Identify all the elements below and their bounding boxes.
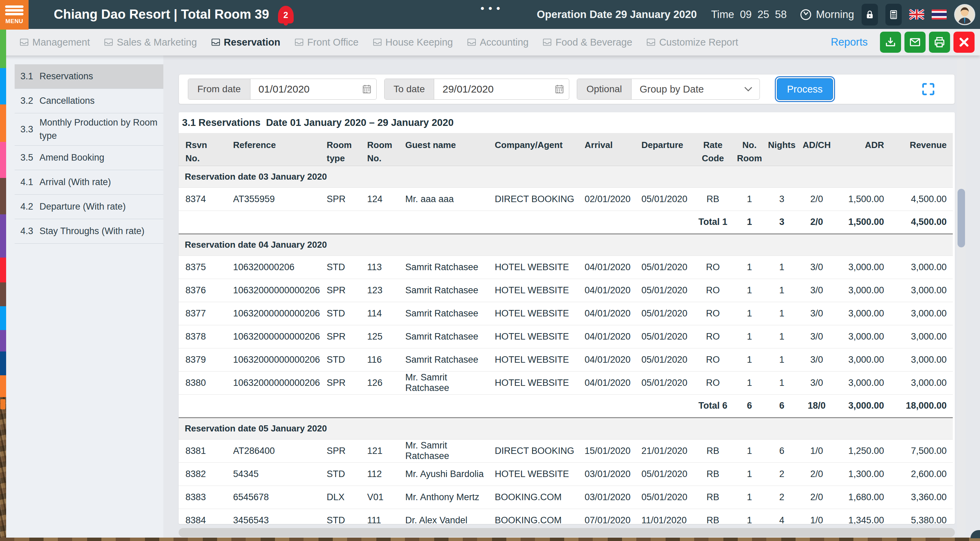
table-cell: 1 [733,256,765,278]
fullscreen-icon[interactable] [920,81,937,97]
sidebar-item-number: 3.1 [21,71,40,82]
sidebar-item-label: Cancellations [40,94,95,108]
menu-item-label: House Keeping [385,37,453,48]
table-cell: STD [321,302,363,325]
table-cell: 1,300.00 [835,462,888,485]
menu-item-customize-report[interactable]: Customize Report [646,37,738,48]
scrollbar-thumb[interactable] [958,189,965,247]
total-row: Total 1132/01,500.004,500.00 [179,211,953,234]
inbox-icon [542,37,552,47]
reports-link[interactable]: Reports [830,36,868,48]
table-cell: 1 [733,302,765,325]
sidebar-item-label: Amend Booking [40,151,105,164]
table-cell: 07/01/2020 [582,509,636,524]
to-date-input[interactable] [434,83,569,95]
table-cell: Total 6 [692,395,733,417]
inbox-icon [103,37,114,47]
table-row: 8374AT355959SPR124Mr. aaa aaaDIRECT BOOK… [179,188,953,211]
table-cell: 3,000.00 [835,302,888,325]
inbox-icon [372,37,382,47]
column-header-rsvn-no: Rsvn No. [179,133,223,166]
inbox-icon [466,37,477,47]
table-cell: Samrit Ratchasee [400,302,490,325]
sidebar-item-label: Reservations [40,70,93,83]
table-cell: 3,000.00 [888,256,953,278]
table-cell: 114 [363,302,400,325]
topbar: MENU Chiang Dao Resort | Total Room 39 2… [0,0,980,29]
sidebar-item-reservations[interactable]: 3.1Reservations [14,64,163,89]
table-cell: 11/01/2020 [636,509,692,524]
menu-item-accounting[interactable]: Accounting [466,37,529,48]
table-cell: 4,500.00 [888,211,953,234]
table-cell: 1 [733,439,765,462]
table-cell: 3,000.00 [835,348,888,371]
table-cell: 03/01/2020 [582,485,636,509]
uk-flag-icon[interactable] [909,9,924,20]
menu-item-house-keeping[interactable]: House Keeping [372,37,453,48]
menu-button[interactable]: MENU [0,0,29,30]
table-cell: 111 [363,509,400,524]
email-button[interactable] [904,32,926,53]
table-cell: 8374 [179,188,223,211]
table-cell: 05/01/2020 [636,371,692,395]
vertical-scrollbar[interactable] [957,57,966,536]
lock-button[interactable] [862,4,878,25]
table-cell: 1 [733,325,765,348]
thai-flag-icon[interactable] [932,9,947,20]
calculator-button[interactable] [885,4,902,25]
table-cell: Samrit Ratchasee [400,278,490,302]
process-button[interactable]: Process [777,78,833,100]
table-cell: 1/0 [798,509,835,524]
notification-bell-icon[interactable]: 2 [278,6,294,24]
export-button[interactable] [880,32,901,53]
menu-item-management[interactable]: Management [19,37,90,48]
table-cell: 3,000.00 [835,256,888,278]
table-cell: 3,000.00 [888,348,953,371]
sidebar-item-amend-booking[interactable]: 3.5Amend Booking [14,146,163,170]
close-button[interactable] [953,32,975,53]
table-cell: 2 [765,485,798,509]
user-avatar[interactable] [954,4,975,25]
column-header-guest-name: Guest name [400,133,490,166]
menu-item-reservation[interactable]: Reservation [211,37,280,48]
table-cell: DLX [321,485,363,509]
table-cell: 1 [733,509,765,524]
section-label: Reservation date 05 January 2020 [179,417,953,439]
table-cell: RO [692,278,733,302]
printer-icon [933,36,946,49]
table-cell: 3456543 [223,509,321,524]
table-cell: 113 [363,256,400,278]
print-button[interactable] [929,32,950,53]
table-cell: 4,500.00 [888,188,953,211]
table-cell: 04/01/2020 [582,256,636,278]
table-cell: 1/0 [798,439,835,462]
sidebar-item-monthly-production-by-room-type[interactable]: 3.3Monthly Production by Room type [14,113,163,146]
table-cell: 1,500.00 [835,188,888,211]
section-row: Reservation date 03 January 2020 [179,166,953,188]
table-cell: 6545678 [223,485,321,509]
calendar-icon [362,84,372,95]
table-cell: 2 [765,462,798,485]
table-cell: 5,380.00 [888,509,953,524]
table-cell: 116 [363,348,400,371]
table-cell: 10632000000000206 [223,302,321,325]
menu-item-food-beverage[interactable]: Food & Beverage [542,37,632,48]
table-cell: 1 [733,462,765,485]
app-title: Chiang Dao Resort | Total Room 39 [54,7,269,22]
menu-item-sales-marketing[interactable]: Sales & Marketing [103,37,197,48]
sidebar-item-cancellations[interactable]: 3.2Cancellations [14,89,163,113]
group-by-select[interactable]: Group by Date [632,79,759,99]
horizontal-scrollbar[interactable] [179,528,955,537]
table-cell: 1 [733,211,765,234]
table-cell: SPR [321,325,363,348]
sidebar-item-departure-with-rate[interactable]: 4.2Departure (With rate) [14,195,163,219]
table-cell: 1 [733,278,765,302]
sidebar-item-stay-throughs-with-rate[interactable]: 4.3Stay Throughs (With rate) [14,219,163,243]
table-cell: SPR [321,278,363,302]
table-cell: 04/01/2020 [582,302,636,325]
sidebar-list: 3.1Reservations3.2Cancellations3.3Monthl… [14,64,163,243]
from-date-input[interactable] [250,83,376,95]
menu-item-front-office[interactable]: Front Office [294,37,359,48]
table-cell: 8384 [179,509,223,524]
sidebar-item-arrival-with-rate[interactable]: 4.1Arrival (With rate) [14,170,163,195]
